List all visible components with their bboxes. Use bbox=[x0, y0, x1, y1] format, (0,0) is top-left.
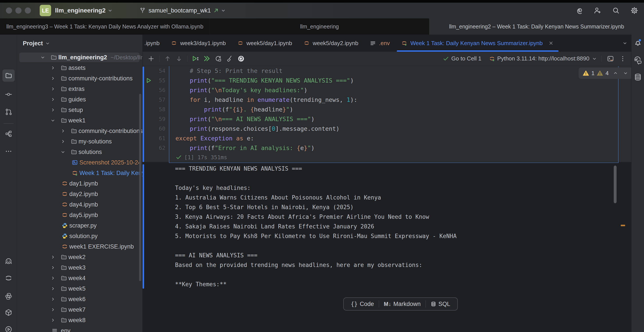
commit-tool-button[interactable] bbox=[2, 88, 15, 101]
add-cell-button[interactable] bbox=[146, 54, 156, 64]
chevron-down-icon[interactable] bbox=[107, 8, 113, 13]
run-cell-button[interactable] bbox=[190, 54, 200, 64]
tree-item-week6[interactable]: week6 bbox=[17, 294, 142, 304]
tree-item-week4[interactable]: week4 bbox=[17, 273, 142, 283]
editor-tab-2[interactable]: week3/day1.ipynb bbox=[165, 35, 232, 52]
editor-tab-6[interactable]: Week 1 Task: Daily Kenyan News Summarize… bbox=[396, 35, 560, 52]
window-zoom-button[interactable] bbox=[25, 7, 31, 13]
run-all-cells-button[interactable] bbox=[202, 54, 212, 64]
huggingface-tool-button[interactable] bbox=[2, 255, 15, 267]
chevron-right-icon[interactable] bbox=[50, 286, 59, 292]
window-close-button[interactable] bbox=[6, 7, 12, 13]
move-cell-up-button[interactable] bbox=[162, 54, 173, 64]
add-sql-cell-button[interactable]: SQL bbox=[426, 298, 455, 310]
window-tab-2[interactable]: llm_engineering bbox=[210, 18, 429, 35]
chevron-right-icon[interactable] bbox=[50, 296, 59, 302]
tree-item-llm-engineering2[interactable]: llm_engineering2~/Desktop/llm_en bbox=[17, 52, 142, 63]
output-scrollbar[interactable] bbox=[614, 166, 616, 203]
tree-item-day1-ipynb[interactable]: day1.ipynb bbox=[17, 178, 142, 189]
project-avatar[interactable]: LE bbox=[40, 5, 51, 16]
chevron-right-icon[interactable] bbox=[50, 97, 59, 102]
chevron-right-icon[interactable] bbox=[50, 265, 59, 270]
chevron-right-icon[interactable] bbox=[50, 76, 59, 81]
structure-tool-button[interactable] bbox=[2, 128, 15, 140]
kernel-selector[interactable]: Python 3.11.14: http://localhost:8890 bbox=[497, 55, 590, 62]
branch-name[interactable]: samuel_bootcamp_wk1 bbox=[148, 7, 211, 14]
chevron-right-icon[interactable] bbox=[50, 275, 59, 281]
tree-item-week3[interactable]: week3 bbox=[17, 262, 142, 273]
tree-item-assets[interactable]: assets bbox=[17, 63, 142, 73]
run-tool-button[interactable] bbox=[2, 323, 15, 332]
database-tool-button[interactable] bbox=[632, 71, 644, 83]
editor-tab-1[interactable]: .ipynb bbox=[142, 35, 165, 52]
pull-requests-tool-button[interactable] bbox=[2, 106, 15, 118]
tree-item-day5-ipynb[interactable]: day5.ipynb bbox=[17, 210, 142, 220]
window-tab-1[interactable]: llm_engineering3 – Week 1 Task: Kenyan D… bbox=[0, 18, 210, 35]
window-tab-3[interactable]: llm_engineering2 – Week 1 Task: Daily Ke… bbox=[429, 18, 644, 35]
next-problem-button[interactable] bbox=[623, 70, 628, 76]
search-everywhere-icon[interactable] bbox=[612, 6, 620, 14]
code-with-me-icon[interactable] bbox=[594, 6, 602, 14]
notifications-button[interactable] bbox=[632, 36, 644, 49]
git-branch-icon[interactable] bbox=[139, 7, 146, 14]
python-packages-tool-button[interactable] bbox=[2, 290, 15, 303]
chevron-right-icon[interactable] bbox=[60, 128, 69, 134]
run-line-icon[interactable] bbox=[146, 77, 152, 84]
more-options-button[interactable] bbox=[618, 54, 628, 64]
add-markdown-cell-button[interactable]: M↓ Markdown bbox=[379, 298, 426, 310]
add-code-cell-button[interactable]: {} Code bbox=[346, 298, 379, 310]
chevron-down-icon[interactable] bbox=[40, 54, 49, 60]
tree-item-week-1-task-daily-kenyan[interactable]: Week 1 Task: Daily Kenyan bbox=[17, 168, 142, 178]
packages-tool-button[interactable] bbox=[2, 306, 15, 319]
tree-item-screenshot-2025-10-24-at[interactable]: Screenshot 2025-10-24 at bbox=[17, 157, 142, 168]
previous-problem-button[interactable] bbox=[613, 70, 618, 76]
jupyter-console-button[interactable] bbox=[606, 54, 616, 64]
tree-item-week2[interactable]: week2 bbox=[17, 252, 142, 262]
project-tree-scrollbar[interactable] bbox=[139, 94, 141, 281]
restart-kernel-button[interactable] bbox=[213, 54, 223, 64]
chevron-right-icon[interactable] bbox=[50, 86, 59, 92]
inspections-widget[interactable]: 1 4 bbox=[579, 67, 631, 79]
tree-item-week1[interactable]: week1 bbox=[17, 115, 142, 126]
chevron-down-icon[interactable] bbox=[50, 118, 59, 123]
chevron-right-icon[interactable] bbox=[50, 307, 59, 313]
clear-outputs-button[interactable] bbox=[224, 54, 235, 64]
settings-gear-icon[interactable] bbox=[630, 6, 638, 14]
tree-item-solutions[interactable]: solutions bbox=[17, 147, 142, 157]
chevron-down-icon[interactable] bbox=[220, 8, 226, 13]
tree-item-week7[interactable]: week7 bbox=[17, 304, 142, 315]
project-tool-button[interactable] bbox=[2, 69, 15, 82]
tree-item-setup[interactable]: setup bbox=[17, 105, 142, 115]
tree-item-scraper-py[interactable]: scraper.py bbox=[17, 220, 142, 231]
code-cell[interactable]: # Step 5: Print the result print("=== TR… bbox=[169, 66, 618, 163]
tree-item-guides[interactable]: guides bbox=[17, 94, 142, 105]
tab-list-chevron-icon[interactable] bbox=[622, 40, 628, 46]
project-panel-header[interactable]: Project bbox=[23, 37, 50, 49]
ai-chat-button[interactable] bbox=[632, 54, 644, 67]
error-stripe-mark[interactable] bbox=[621, 225, 625, 226]
tree-item-community-contributions[interactable]: community-contributions bbox=[17, 73, 142, 84]
jupyter-tool-button[interactable] bbox=[2, 272, 15, 284]
window-minimize-button[interactable] bbox=[15, 7, 22, 13]
ai-assistant-icon[interactable] bbox=[575, 6, 583, 14]
chevron-right-icon[interactable] bbox=[60, 139, 69, 144]
push-arrow-icon[interactable] bbox=[213, 7, 219, 13]
tree-item-day4-ipynb[interactable]: day4.ipynb bbox=[17, 199, 142, 210]
tree-item--env[interactable]: .env bbox=[17, 326, 142, 332]
editor-tab-5[interactable]: .env bbox=[364, 35, 396, 52]
go-to-cell-button[interactable]: Go to Cell 1 bbox=[452, 55, 482, 62]
github-button[interactable] bbox=[236, 54, 246, 64]
tree-item-day2-ipynb[interactable]: day2.ipynb bbox=[17, 189, 142, 199]
chevron-right-icon[interactable] bbox=[50, 107, 59, 113]
chevron-down-icon[interactable] bbox=[592, 56, 597, 62]
tree-item-week8[interactable]: week8 bbox=[17, 315, 142, 326]
tree-item-solution-py[interactable]: solution.py bbox=[17, 231, 142, 241]
project-name[interactable]: llm_engineering2 bbox=[55, 7, 106, 14]
chevron-right-icon[interactable] bbox=[50, 317, 59, 323]
chevron-down-icon[interactable] bbox=[60, 149, 69, 155]
editor-tab-4[interactable]: week5/day2.ipynb bbox=[298, 35, 364, 52]
close-icon[interactable] bbox=[548, 40, 554, 46]
chevron-right-icon[interactable] bbox=[50, 65, 59, 71]
editor-tab-3[interactable]: week5/day1.ipynb bbox=[232, 35, 298, 52]
move-cell-down-button[interactable] bbox=[174, 54, 184, 64]
